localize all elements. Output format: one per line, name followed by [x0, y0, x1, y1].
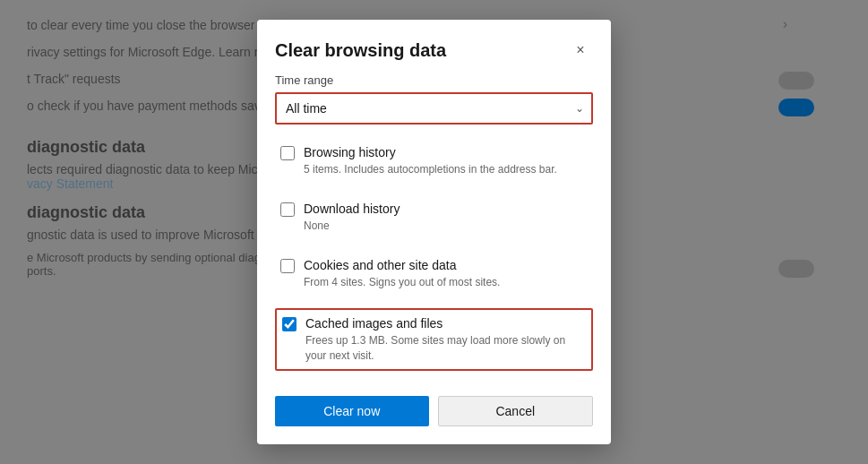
cached-images-item: Cached images and files Frees up 1.3 MB.… — [275, 308, 593, 371]
browsing-history-item: Browsing history 5 items. Includes autoc… — [275, 139, 593, 183]
cookies-checkbox[interactable] — [280, 259, 295, 273]
clear-browsing-data-dialog: Clear browsing data × Time range Last ho… — [257, 20, 611, 444]
browsing-history-desc: 5 items. Includes autocompletions in the… — [304, 162, 557, 177]
cached-images-desc: Frees up 1.3 MB. Some sites may load mor… — [305, 333, 586, 364]
browsing-history-title: Browsing history — [304, 144, 557, 160]
dialog-title: Clear browsing data — [275, 40, 446, 61]
dialog-body[interactable]: Time range Last hour Last 24 hours Last … — [257, 73, 611, 383]
cookies-title: Cookies and other site data — [304, 257, 500, 273]
modal-overlay: Clear browsing data × Time range Last ho… — [0, 0, 868, 464]
cookies-item: Cookies and other site data From 4 sites… — [275, 252, 593, 296]
download-history-desc: None — [304, 219, 400, 234]
time-range-dropdown-wrapper: Last hour Last 24 hours Last 7 days Last… — [275, 92, 593, 125]
download-history-item: Download history None — [275, 195, 593, 239]
time-range-label: Time range — [275, 73, 593, 87]
cached-images-checkbox[interactable] — [282, 317, 296, 331]
download-history-title: Download history — [304, 201, 400, 217]
browsing-history-text: Browsing history 5 items. Includes autoc… — [304, 144, 557, 177]
clear-now-button[interactable]: Clear now — [275, 396, 429, 426]
download-history-checkbox[interactable] — [280, 202, 295, 217]
close-button[interactable]: × — [568, 38, 593, 63]
cached-images-text: Cached images and files Frees up 1.3 MB.… — [305, 315, 586, 364]
download-history-text: Download history None — [304, 201, 400, 234]
cancel-button[interactable]: Cancel — [438, 396, 594, 426]
time-range-select[interactable]: Last hour Last 24 hours Last 7 days Last… — [275, 92, 593, 125]
dialog-footer: Clear now Cancel — [257, 383, 611, 444]
cached-images-title: Cached images and files — [305, 315, 586, 331]
cookies-desc: From 4 sites. Signs you out of most site… — [304, 275, 500, 290]
cookies-text: Cookies and other site data From 4 sites… — [304, 257, 500, 290]
browsing-history-checkbox[interactable] — [280, 146, 295, 160]
dialog-header: Clear browsing data × — [257, 20, 611, 73]
